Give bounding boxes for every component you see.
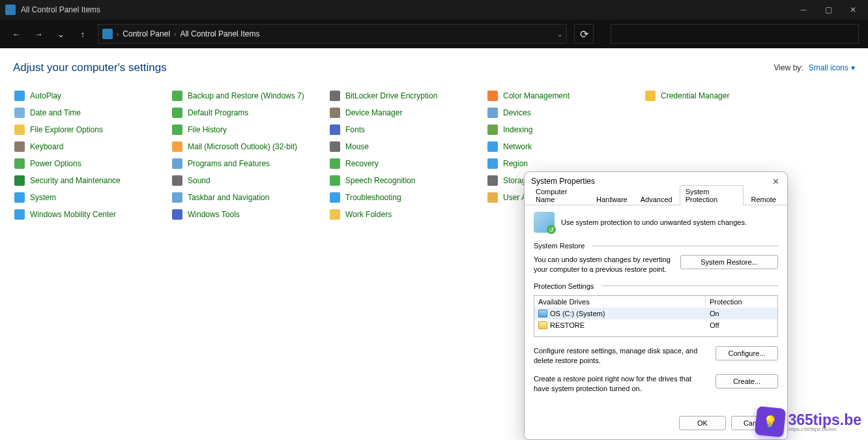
tab-hardware[interactable]: Hardware <box>590 193 633 205</box>
col-available-drives: Available Drives <box>534 296 706 308</box>
address-bar[interactable]: › Control Panel › All Control Panel Item… <box>98 24 567 44</box>
control-panel-item[interactable]: Region <box>487 158 636 169</box>
control-panel-item[interactable]: Network <box>487 141 636 153</box>
restore-text: You can undo system changes by reverting… <box>534 255 674 274</box>
item-icon <box>330 108 340 118</box>
drive-name: OS (C:) (System) <box>550 310 605 317</box>
item-icon <box>645 91 656 101</box>
item-icon <box>172 209 182 220</box>
system-restore-button[interactable]: System Restore... <box>680 255 778 269</box>
group-protection-settings: Protection Settings <box>534 282 598 290</box>
control-panel-item[interactable]: Programs and Features <box>172 158 321 169</box>
drives-list[interactable]: Available Drives Protection OS (C:) (Sys… <box>534 295 778 337</box>
chevron-right-icon: › <box>174 31 176 38</box>
watermark-icon: 💡 <box>754 406 785 437</box>
control-panel-item[interactable]: File Explorer Options <box>14 124 163 136</box>
tab-computer-name[interactable]: Computer Name <box>530 185 589 205</box>
ok-button[interactable]: OK <box>679 416 726 430</box>
control-panel-item[interactable]: Device Manager <box>330 107 478 119</box>
system-protection-icon <box>534 212 555 233</box>
control-panel-item[interactable]: Fonts <box>330 124 478 136</box>
item-label: AutoPlay <box>30 91 61 100</box>
tab-remote[interactable]: Remote <box>745 193 782 205</box>
app-icon <box>5 5 16 15</box>
control-panel-item[interactable]: Mouse <box>330 141 478 153</box>
item-label: BitLocker Drive Encryption <box>345 91 437 100</box>
system-properties-dialog: System Properties ✕ Computer NameHardwar… <box>524 171 788 440</box>
view-by-dropdown[interactable]: Small icons ▾ <box>809 63 855 72</box>
control-panel-item[interactable]: Mail (Microsoft Outlook) (32-bit) <box>172 141 321 153</box>
item-icon <box>172 141 182 152</box>
item-icon <box>14 108 25 118</box>
item-label: Mouse <box>345 142 369 151</box>
control-panel-item[interactable]: File History <box>172 124 321 136</box>
item-icon <box>14 192 25 203</box>
dialog-close-button[interactable]: ✕ <box>770 176 781 186</box>
control-panel-item[interactable]: Default Programs <box>172 107 321 119</box>
maximize-button[interactable]: ▢ <box>824 5 833 14</box>
item-icon <box>330 192 340 203</box>
back-button[interactable]: ← <box>9 27 23 41</box>
control-panel-item[interactable]: System <box>14 192 163 203</box>
search-input[interactable] <box>611 24 859 44</box>
control-panel-item[interactable]: Speech Recognition <box>330 175 478 186</box>
breadcrumb-current[interactable]: All Control Panel Items <box>180 29 259 38</box>
drive-row[interactable]: RESTOREOff <box>534 319 777 331</box>
up-button[interactable]: ↑ <box>76 27 90 41</box>
control-panel-item[interactable]: Windows Mobility Center <box>14 209 163 220</box>
recent-dropdown[interactable]: ⌄ <box>53 27 68 41</box>
tab-advanced[interactable]: Advanced <box>635 193 678 205</box>
drive-icon <box>538 310 547 317</box>
create-button[interactable]: Create... <box>716 374 778 389</box>
control-panel-item[interactable]: Recovery <box>330 158 478 169</box>
control-panel-item[interactable]: Work Folders <box>330 209 478 220</box>
item-icon <box>330 175 340 186</box>
item-icon <box>330 158 340 169</box>
refresh-button[interactable]: ⟳ <box>574 24 594 44</box>
control-panel-item[interactable]: BitLocker Drive Encryption <box>330 90 478 102</box>
item-label: Indexing <box>503 125 532 134</box>
control-panel-item[interactable]: AutoPlay <box>14 90 163 102</box>
control-panel-item[interactable]: Devices <box>487 107 636 119</box>
view-by-label: View by: <box>774 63 803 72</box>
control-panel-item[interactable]: Security and Maintenance <box>14 175 163 186</box>
control-panel-item[interactable]: Color Management <box>487 90 636 102</box>
control-panel-item[interactable]: Credential Manager <box>645 90 794 102</box>
configure-button[interactable]: Configure... <box>716 346 778 360</box>
item-label: Windows Tools <box>188 210 240 219</box>
item-icon <box>14 91 25 101</box>
intro-text: Use system protection to undo unwanted s… <box>561 218 747 226</box>
control-panel-item[interactable]: Troubleshooting <box>330 192 478 203</box>
control-panel-item[interactable]: Taskbar and Navigation <box>172 192 321 203</box>
close-button[interactable]: ✕ <box>848 5 858 14</box>
item-label: Date and Time <box>30 108 81 117</box>
item-label: Devices <box>503 108 531 117</box>
control-panel-item[interactable]: Power Options <box>14 158 163 169</box>
address-dropdown-icon[interactable]: ⌄ <box>557 31 562 38</box>
control-panel-item[interactable]: Date and Time <box>14 107 163 119</box>
control-panel-item[interactable]: Sound <box>172 175 321 186</box>
item-icon <box>330 141 340 152</box>
breadcrumb-root[interactable]: Control Panel <box>123 29 170 38</box>
item-label: Region <box>503 159 528 168</box>
item-label: Power Options <box>30 159 81 168</box>
item-icon <box>172 158 182 169</box>
item-label: Color Management <box>503 91 570 100</box>
item-label: Sound <box>188 176 210 185</box>
minimize-button[interactable]: ─ <box>799 5 808 14</box>
control-panel-item[interactable]: Indexing <box>487 124 636 136</box>
drive-row[interactable]: OS (C:) (System)On <box>534 308 777 319</box>
group-system-restore: System Restore <box>534 242 588 250</box>
view-by: View by: Small icons ▾ <box>774 63 856 72</box>
item-icon <box>172 192 182 203</box>
control-panel-item[interactable]: Keyboard <box>14 141 163 153</box>
tab-system-protection[interactable]: System Protection <box>680 185 744 205</box>
item-label: Fonts <box>345 125 365 134</box>
forward-button[interactable]: → <box>31 27 46 41</box>
control-panel-item[interactable]: Backup and Restore (Windows 7) <box>172 90 321 102</box>
control-panel-item[interactable]: Windows Tools <box>172 209 321 220</box>
item-icon <box>172 108 182 118</box>
item-icon <box>487 125 498 135</box>
nav-bar: ← → ⌄ ↑ › Control Panel › All Control Pa… <box>0 20 868 48</box>
item-label: Windows Mobility Center <box>30 210 116 219</box>
